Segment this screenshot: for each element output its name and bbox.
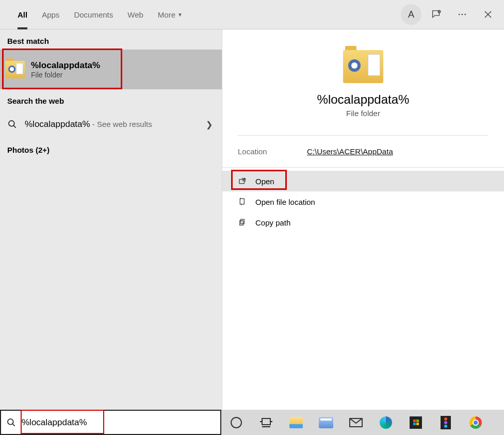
best-match-label: Best match — [0, 29, 222, 50]
copy-icon — [238, 218, 247, 227]
tab-all[interactable]: All — [10, 0, 35, 29]
svg-point-9 — [8, 418, 13, 424]
avatar[interactable]: A — [401, 4, 421, 25]
tab-documents[interactable]: Documents — [67, 0, 120, 29]
results-panel: Best match %localappdata% File folder Se… — [0, 29, 222, 410]
actions-list: Open Open file location Copy path — [222, 171, 504, 233]
location-label: Location — [238, 147, 307, 156]
open-icon — [238, 176, 247, 186]
search-icon — [6, 417, 17, 428]
search-icon — [7, 119, 18, 130]
detail-panel: %localappdata% File folder Location C:\U… — [222, 29, 504, 410]
action-open-location-label: Open file location — [255, 198, 315, 206]
detail-title: %localappdata% — [238, 92, 489, 107]
svg-point-4 — [9, 121, 14, 126]
chrome-icon[interactable] — [468, 415, 483, 430]
chevron-down-icon: ▼ — [177, 12, 183, 18]
detail-subtitle: File folder — [238, 109, 489, 118]
tab-more-label: More — [158, 10, 175, 19]
best-match-subtitle: File folder — [31, 71, 100, 79]
svg-rect-8 — [240, 221, 243, 225]
file-explorer-icon[interactable] — [288, 415, 304, 430]
folder-icon — [343, 50, 383, 83]
best-match-title: %localappdata% — [31, 60, 100, 71]
store-icon[interactable] — [408, 415, 424, 430]
mail-icon[interactable] — [348, 415, 364, 430]
svg-rect-10 — [262, 418, 270, 425]
keyboard-icon[interactable] — [318, 415, 334, 430]
search-input[interactable] — [22, 417, 215, 428]
folder-icon — [5, 61, 25, 78]
web-query: %localappdata% — [25, 119, 90, 129]
tab-apps[interactable]: Apps — [35, 0, 67, 29]
cortana-icon[interactable] — [229, 415, 244, 430]
open-location-icon — [238, 197, 247, 206]
taskbar — [221, 410, 504, 435]
location-value[interactable]: C:\Users\ACER\AppData — [307, 147, 393, 156]
action-open[interactable]: Open — [222, 171, 504, 191]
svg-point-3 — [465, 14, 466, 15]
web-result[interactable]: %localappdata% - See web results ❯ — [0, 109, 222, 139]
figma-icon[interactable] — [438, 415, 453, 430]
action-copy-path[interactable]: Copy path — [222, 212, 504, 233]
tab-more[interactable]: More ▼ — [151, 0, 190, 29]
search-box[interactable] — [0, 410, 221, 435]
edge-icon[interactable] — [378, 415, 394, 430]
action-open-location[interactable]: Open file location — [222, 191, 504, 212]
bottom-bar — [0, 410, 504, 435]
feedback-icon[interactable] — [426, 4, 447, 25]
task-view-icon[interactable] — [258, 415, 274, 430]
action-copy-path-label: Copy path — [255, 218, 290, 227]
main: Best match %localappdata% File folder Se… — [0, 29, 504, 410]
best-match-result[interactable]: %localappdata% File folder — [0, 50, 222, 89]
tab-web[interactable]: Web — [120, 0, 151, 29]
search-web-label: Search the web — [0, 89, 222, 109]
svg-point-2 — [462, 14, 463, 15]
photos-section[interactable]: Photos (2+) — [0, 139, 222, 160]
close-icon[interactable] — [477, 4, 499, 25]
chevron-right-icon: ❯ — [206, 120, 213, 130]
svg-point-1 — [459, 14, 460, 15]
web-suffix: - See web results — [90, 120, 152, 128]
tabs-bar: All Apps Documents Web More ▼ A — [0, 0, 504, 29]
location-row: Location C:\Users\ACER\AppData — [222, 136, 504, 167]
more-icon[interactable] — [451, 4, 473, 25]
svg-rect-6 — [240, 199, 244, 204]
action-open-label: Open — [255, 177, 274, 186]
svg-rect-7 — [241, 219, 245, 224]
